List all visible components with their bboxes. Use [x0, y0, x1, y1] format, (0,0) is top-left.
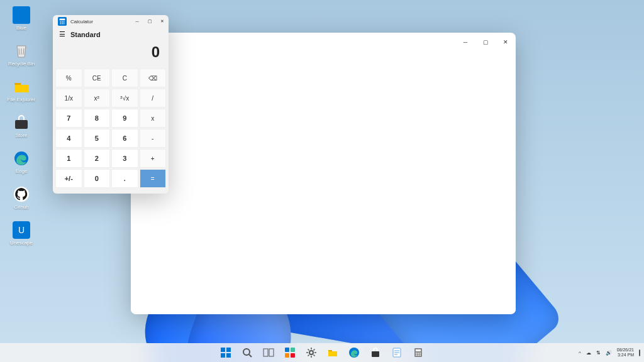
- calc-key-+/-[interactable]: +/-: [55, 169, 82, 188]
- network-icon[interactable]: ⇅: [596, 350, 601, 356]
- calc-key-²√x[interactable]: ²√x: [111, 89, 138, 107]
- taskbar-settings-button[interactable]: [303, 344, 319, 361]
- taskbar-explorer-button[interactable]: [325, 344, 341, 361]
- taskbar-edge-button[interactable]: [346, 344, 362, 361]
- explorer-icon: [327, 347, 338, 358]
- svg-point-12: [60, 23, 62, 25]
- hamburger-icon[interactable]: ☰: [59, 30, 65, 38]
- desktop-icon-label: Github: [14, 204, 29, 210]
- svg-point-40: [416, 354, 417, 356]
- desktop-icon-label: Blue: [16, 25, 26, 31]
- desktop-icon-store[interactable]: Store: [6, 114, 36, 138]
- taskbar-store-button[interactable]: [367, 344, 384, 361]
- svg-rect-17: [221, 353, 225, 358]
- widgets-icon: [284, 347, 296, 358]
- calc-key-9[interactable]: 9: [111, 109, 138, 128]
- desktop-icon-blue[interactable]: Blue: [6, 6, 36, 31]
- svg-rect-2: [15, 120, 28, 129]
- desktop-icon-label: Unescape: [10, 240, 33, 246]
- svg-rect-25: [285, 353, 289, 358]
- taskbar-start-button[interactable]: [218, 344, 234, 361]
- taskbar-calculator-button[interactable]: [410, 344, 426, 361]
- desktop-icon-label: Store: [15, 133, 27, 138]
- calc-key-.[interactable]: .: [111, 169, 138, 188]
- maximize-button[interactable]: ▢: [475, 33, 496, 52]
- calc-key-1/x[interactable]: 1/x: [55, 89, 82, 107]
- tray-chevron-icon[interactable]: ^: [579, 350, 581, 356]
- store-icon: [13, 114, 30, 131]
- calc-key-x[interactable]: x: [140, 109, 167, 128]
- svg-rect-26: [291, 353, 295, 358]
- calc-key-2[interactable]: 2: [84, 149, 111, 168]
- taskbar-date: 08/26/21: [617, 348, 634, 353]
- calc-key-7[interactable]: 7: [55, 109, 82, 128]
- calculator-icon: [413, 347, 424, 358]
- calc-key--[interactable]: -: [140, 129, 167, 148]
- notifications-icon[interactable]: [639, 350, 640, 356]
- calc-key-⌫[interactable]: ⌫: [140, 69, 167, 87]
- close-button[interactable]: ✕: [156, 15, 169, 28]
- file-explorer-icon: [13, 78, 30, 96]
- calculator-titlebar[interactable]: Calculator ─ ▢ ✕: [53, 15, 169, 28]
- taskbar-widgets-button[interactable]: [282, 344, 298, 361]
- desktop-icon-file-explorer[interactable]: File Explorer: [6, 78, 36, 102]
- calc-key-x²[interactable]: x²: [84, 89, 111, 107]
- edge-icon: [13, 150, 30, 167]
- settings-icon: [306, 347, 317, 358]
- desktop-icon-edge[interactable]: Edge: [6, 150, 36, 174]
- svg-point-9: [60, 21, 62, 23]
- maximize-button[interactable]: ▢: [143, 15, 156, 28]
- desktop-icon-unescape[interactable]: UUnescape: [6, 221, 36, 246]
- calc-key-CE[interactable]: CE: [84, 69, 111, 87]
- calculator-title: Calculator: [70, 19, 93, 25]
- svg-point-11: [64, 21, 65, 23]
- svg-point-39: [419, 353, 421, 354]
- close-button[interactable]: ✕: [496, 33, 516, 52]
- taskbar-task-view-button[interactable]: [260, 344, 277, 361]
- calc-key-1[interactable]: 1: [55, 149, 82, 168]
- svg-point-10: [62, 21, 63, 23]
- minimize-button[interactable]: ─: [455, 33, 475, 52]
- svg-point-27: [309, 351, 313, 354]
- svg-line-20: [249, 354, 252, 357]
- task-view-icon: [263, 347, 274, 358]
- calculator-icon: [58, 17, 67, 26]
- taskbar-clock[interactable]: 08/26/21 3:24 PM: [617, 348, 634, 357]
- calc-key-0[interactable]: 0: [84, 169, 111, 188]
- system-tray: ^ ☁ ⇅ 🔊 08/26/21 3:24 PM: [579, 348, 640, 357]
- calc-key-C[interactable]: C: [111, 69, 138, 87]
- calc-key-3[interactable]: 3: [111, 149, 138, 168]
- svg-rect-23: [285, 348, 289, 352]
- svg-rect-0: [13, 6, 30, 24]
- svg-point-19: [243, 349, 250, 355]
- calc-key-/[interactable]: /: [140, 89, 167, 107]
- svg-point-14: [64, 23, 65, 25]
- calculator-mode: Standard: [70, 31, 101, 38]
- notepad-window: ─ ▢ ✕ View Help: [131, 33, 516, 314]
- desktop-icon-label: File Explorer: [8, 97, 36, 102]
- onedrive-icon[interactable]: ☁: [586, 350, 591, 356]
- desktop-icon-recycle-bin[interactable]: Recycle Bin: [6, 42, 36, 67]
- calc-key-8[interactable]: 8: [84, 109, 111, 128]
- calc-key-+[interactable]: +: [140, 149, 167, 168]
- calc-key-5[interactable]: 5: [84, 129, 111, 148]
- taskbar-search-button[interactable]: [239, 344, 255, 361]
- edge-icon: [348, 347, 360, 358]
- minimize-button[interactable]: ─: [131, 15, 143, 28]
- volume-icon[interactable]: 🔊: [606, 350, 612, 356]
- taskbar-notepad-button[interactable]: [389, 344, 405, 361]
- svg-rect-16: [226, 348, 231, 352]
- calc-key-%[interactable]: %: [55, 69, 82, 87]
- calc-key-6[interactable]: 6: [111, 129, 138, 148]
- desktop-icon-github[interactable]: Github: [6, 185, 36, 210]
- svg-point-37: [416, 353, 417, 354]
- unescape-icon: U: [13, 221, 30, 239]
- svg-rect-21: [264, 349, 268, 356]
- notepad-titlebar[interactable]: ─ ▢ ✕: [131, 33, 516, 52]
- taskbar: ^ ☁ ⇅ 🔊 08/26/21 3:24 PM: [0, 343, 644, 362]
- calc-key-4[interactable]: 4: [55, 129, 82, 148]
- notepad-editor[interactable]: [131, 62, 516, 313]
- calc-key-=[interactable]: =: [140, 169, 167, 188]
- calculator-keypad: %CEC⌫1/xx²²√x/789x456-123++/-0.=: [53, 66, 169, 190]
- blue-icon: [13, 6, 30, 24]
